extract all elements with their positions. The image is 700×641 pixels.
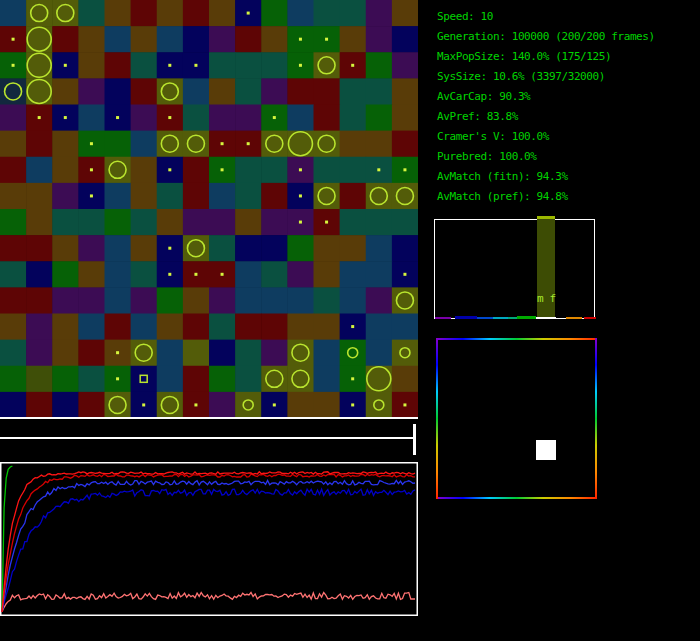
- grid-cell[interactable]: [26, 183, 53, 210]
- grid-cell[interactable]: [26, 392, 53, 418]
- grid-cell[interactable]: [209, 78, 236, 105]
- grid-cell[interactable]: [261, 261, 288, 288]
- organism-marker[interactable]: [325, 38, 328, 41]
- organism-marker[interactable]: [12, 38, 15, 41]
- grid-cell[interactable]: [366, 52, 393, 79]
- organism-marker[interactable]: [116, 377, 119, 380]
- grid-cell[interactable]: [235, 287, 262, 314]
- grid-cell[interactable]: [105, 131, 132, 158]
- grid-cell[interactable]: [340, 78, 367, 105]
- organism-marker[interactable]: [221, 273, 224, 276]
- grid-cell[interactable]: [0, 105, 27, 132]
- grid-cell[interactable]: [366, 131, 393, 158]
- grid-cell[interactable]: [52, 131, 79, 158]
- grid-cell[interactable]: [392, 52, 418, 79]
- frame-slider-handle[interactable]: [413, 424, 416, 455]
- grid-cell[interactable]: [105, 261, 132, 288]
- grid-cell[interactable]: [209, 26, 236, 53]
- grid-cell[interactable]: [52, 392, 79, 418]
- grid-cell[interactable]: [105, 287, 132, 314]
- grid-cell[interactable]: [366, 340, 393, 367]
- grid-cell[interactable]: [209, 183, 236, 210]
- grid-cell[interactable]: [157, 366, 184, 393]
- grid-cell[interactable]: [392, 131, 418, 158]
- grid-cell[interactable]: [340, 105, 367, 132]
- grid-cell[interactable]: [183, 314, 210, 341]
- grid-cell[interactable]: [26, 209, 53, 236]
- grid-cell[interactable]: [235, 157, 262, 184]
- grid-cell[interactable]: [52, 340, 79, 367]
- organism-marker[interactable]: [142, 403, 145, 406]
- grid-cell[interactable]: [0, 131, 27, 158]
- grid-cell[interactable]: [52, 235, 79, 262]
- organism-marker[interactable]: [377, 168, 380, 171]
- organism-marker[interactable]: [351, 64, 354, 67]
- grid-cell[interactable]: [131, 314, 158, 341]
- grid-cell[interactable]: [261, 209, 288, 236]
- grid-cell[interactable]: [261, 314, 288, 341]
- grid-cell[interactable]: [261, 340, 288, 367]
- grid-cell[interactable]: [105, 183, 132, 210]
- grid-cell[interactable]: [340, 235, 367, 262]
- grid-cell[interactable]: [261, 26, 288, 53]
- grid-cell[interactable]: [235, 209, 262, 236]
- grid-cell[interactable]: [209, 52, 236, 79]
- grid-cell[interactable]: [209, 314, 236, 341]
- grid-cell[interactable]: [26, 287, 53, 314]
- grid-cell[interactable]: [105, 235, 132, 262]
- grid-cell[interactable]: [183, 287, 210, 314]
- grid-cell[interactable]: [52, 157, 79, 184]
- grid-cell[interactable]: [366, 314, 393, 341]
- grid-cell[interactable]: [78, 261, 105, 288]
- grid-cell[interactable]: [78, 314, 105, 341]
- grid-cell[interactable]: [314, 340, 341, 367]
- grid-cell[interactable]: [366, 261, 393, 288]
- organism-marker[interactable]: [299, 38, 302, 41]
- grid-cell[interactable]: [0, 209, 27, 236]
- world-grid-panel[interactable]: [0, 0, 418, 418]
- organism-marker[interactable]: [351, 403, 354, 406]
- grid-cell[interactable]: [287, 261, 314, 288]
- grid-cell[interactable]: [366, 105, 393, 132]
- grid-cell[interactable]: [235, 183, 262, 210]
- grid-cell[interactable]: [235, 52, 262, 79]
- grid-cell[interactable]: [340, 209, 367, 236]
- grid-cell[interactable]: [131, 157, 158, 184]
- organism-marker[interactable]: [64, 64, 67, 67]
- grid-cell[interactable]: [287, 287, 314, 314]
- grid-cell[interactable]: [183, 157, 210, 184]
- grid-cell[interactable]: [314, 287, 341, 314]
- grid-cell[interactable]: [131, 52, 158, 79]
- grid-cell[interactable]: [26, 340, 53, 367]
- grid-cell[interactable]: [157, 314, 184, 341]
- grid-cell[interactable]: [0, 183, 27, 210]
- grid-cell[interactable]: [209, 287, 236, 314]
- organism-marker[interactable]: [325, 221, 328, 224]
- grid-cell[interactable]: [314, 78, 341, 105]
- grid-cell[interactable]: [26, 366, 53, 393]
- organism-marker[interactable]: [12, 64, 15, 67]
- grid-cell[interactable]: [287, 131, 314, 158]
- grid-cell[interactable]: [235, 392, 262, 418]
- grid-cell[interactable]: [52, 26, 79, 53]
- grid-cell[interactable]: [52, 287, 79, 314]
- grid-cell[interactable]: [78, 209, 105, 236]
- grid-cell[interactable]: [392, 26, 418, 53]
- grid-cell[interactable]: [314, 0, 341, 27]
- organism-marker[interactable]: [194, 273, 197, 276]
- organism-marker[interactable]: [38, 116, 41, 119]
- grid-cell[interactable]: [183, 340, 210, 367]
- grid-cell[interactable]: [157, 287, 184, 314]
- organism-marker[interactable]: [273, 116, 276, 119]
- grid-cell[interactable]: [392, 209, 418, 236]
- grid-cell[interactable]: [392, 314, 418, 341]
- grid-cell[interactable]: [261, 0, 288, 27]
- grid-cell[interactable]: [366, 235, 393, 262]
- grid-cell[interactable]: [209, 366, 236, 393]
- organism-marker[interactable]: [299, 168, 302, 171]
- grid-cell[interactable]: [0, 157, 27, 184]
- grid-cell[interactable]: [26, 26, 53, 53]
- grid-cell[interactable]: [392, 366, 418, 393]
- grid-cell[interactable]: [209, 105, 236, 132]
- grid-cell[interactable]: [314, 366, 341, 393]
